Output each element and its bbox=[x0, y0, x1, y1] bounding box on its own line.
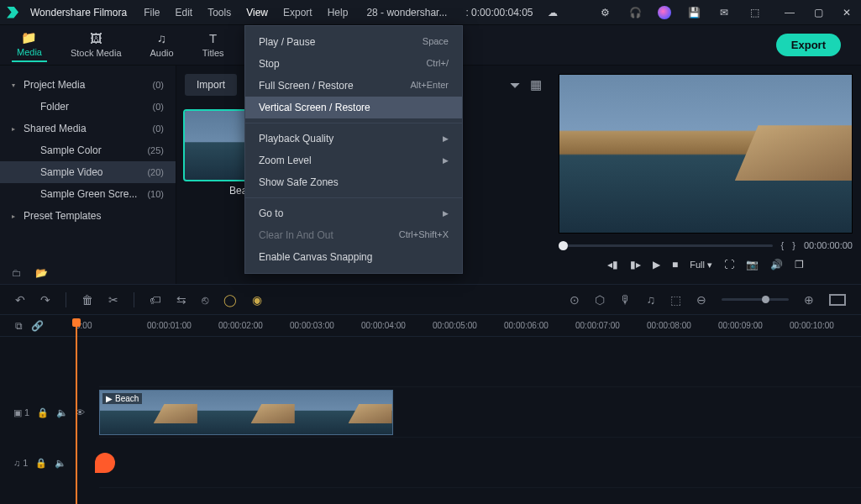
delete-icon[interactable]: 🗑 bbox=[81, 293, 93, 307]
audio-detach-icon[interactable]: ⎋ bbox=[202, 293, 208, 307]
timeline: ↶ ↷ 🗑 ✂ 🏷 ⇆ ⎋ ◯ ◉ ⊙ ⬡ 🎙 ♫ ⬚ ⊖ ⊕ ⧉ 🔗 0:00… bbox=[0, 284, 861, 504]
pip-icon[interactable]: ❐ bbox=[795, 259, 804, 270]
zoom-slider[interactable] bbox=[722, 298, 789, 301]
project-time: : 0:00:00:04:05 bbox=[465, 7, 533, 18]
sidebar-item-4[interactable]: Sample Video(20) bbox=[0, 161, 176, 183]
open-folder-icon[interactable]: 📂 bbox=[35, 267, 48, 279]
mark-in-icon[interactable]: { bbox=[781, 240, 785, 250]
main-menu: File Edit Tools View Export Help bbox=[144, 7, 348, 18]
zoom-out-icon[interactable]: ⊖ bbox=[696, 293, 706, 307]
speed-icon[interactable]: ⇆ bbox=[176, 293, 186, 307]
mute-icon[interactable]: 🔈 bbox=[55, 458, 66, 469]
snapshot-icon[interactable]: 📷 bbox=[746, 259, 759, 270]
view-menu-item-2[interactable]: Full Screen / RestoreAlt+Enter bbox=[245, 75, 462, 97]
preview-canvas[interactable] bbox=[559, 74, 853, 234]
sidebar-item-5[interactable]: Sample Green Scre...(10) bbox=[0, 183, 176, 205]
view-menu-item-0[interactable]: Play / PauseSpace bbox=[245, 31, 462, 53]
effects-icon[interactable]: ◉ bbox=[252, 293, 262, 307]
app-name: Wondershare Filmora bbox=[30, 7, 127, 18]
stop-icon[interactable]: ■ bbox=[672, 259, 678, 270]
view-menu-item-9[interactable]: Go to▶ bbox=[245, 202, 462, 224]
preview-panel: { } 00:00:00:00 ◂▮ ▮▸ ▶ ■ Full ▾ ⛶ 📷 🔊 ❐ bbox=[550, 66, 861, 284]
shield-icon[interactable]: ⬡ bbox=[595, 293, 605, 307]
view-menu-item-11[interactable]: Enable Canvas Snapping bbox=[245, 246, 462, 268]
grid-view-icon[interactable]: ▦ bbox=[530, 77, 542, 92]
sidebar-item-0[interactable]: ▾Project Media(0) bbox=[0, 74, 176, 96]
scrub-knob[interactable] bbox=[559, 241, 568, 250]
view-menu-item-1[interactable]: StopCtrl+/ bbox=[245, 53, 462, 75]
fullscreen-icon[interactable]: ⛶ bbox=[724, 259, 734, 270]
maximize-icon[interactable]: ▢ bbox=[811, 5, 826, 20]
audio-track-lane[interactable] bbox=[99, 438, 861, 488]
undo-icon[interactable]: ↶ bbox=[15, 293, 25, 307]
menu-edit[interactable]: Edit bbox=[176, 7, 193, 18]
view-menu-item-10: Clear In And OutCtrl+Shift+X bbox=[245, 224, 462, 246]
crop-icon[interactable]: ⬚ bbox=[670, 293, 681, 307]
zoom-knob[interactable] bbox=[762, 296, 769, 303]
sidebar-item-3[interactable]: Sample Color(25) bbox=[0, 139, 176, 161]
mark-out-icon[interactable]: } bbox=[792, 240, 795, 250]
fit-select[interactable]: Full ▾ bbox=[690, 260, 712, 270]
tips-icon[interactable]: ⚙ bbox=[597, 5, 612, 20]
tab-audio[interactable]: ♫Audio bbox=[145, 29, 179, 61]
import-button[interactable]: Import bbox=[185, 74, 237, 96]
app-logo-icon bbox=[7, 7, 18, 18]
target-icon[interactable]: ⊙ bbox=[570, 293, 580, 307]
image-icon: 🖼 bbox=[90, 32, 102, 45]
view-menu-item-5[interactable]: Playback Quality▶ bbox=[245, 128, 462, 150]
play-icon[interactable]: ▶ bbox=[653, 259, 660, 270]
new-folder-icon[interactable]: 🗀 bbox=[12, 267, 22, 279]
play-range-icon[interactable]: ▮▸ bbox=[630, 259, 641, 270]
clip-beach[interactable]: ▶Beach bbox=[99, 390, 393, 435]
color-icon[interactable]: ◯ bbox=[223, 293, 237, 307]
media-sidebar: ▾Project Media(0)Folder(0)▸Shared Media(… bbox=[0, 66, 176, 284]
zoom-in-icon[interactable]: ⊕ bbox=[804, 293, 814, 307]
timeline-ruler[interactable]: 0:0000:00:01:0000:00:02:0000:00:03:0000:… bbox=[76, 321, 861, 330]
filter-icon[interactable]: ⏷ bbox=[509, 78, 522, 92]
sidebar-item-6[interactable]: ▸Preset Templates bbox=[0, 205, 176, 227]
view-menu-item-6[interactable]: Zoom Level▶ bbox=[245, 150, 462, 171]
view-menu-item-7[interactable]: Show Safe Zones bbox=[245, 171, 462, 193]
audio-track-head: ♫ 1 🔒 🔈 bbox=[0, 438, 99, 488]
tab-media[interactable]: 📁Media bbox=[12, 28, 47, 62]
zoom-fit-icon[interactable] bbox=[829, 294, 846, 306]
export-button[interactable]: Export bbox=[776, 34, 841, 56]
lock-icon[interactable]: 🔒 bbox=[37, 407, 49, 418]
mute-icon[interactable]: 🔈 bbox=[56, 407, 68, 418]
playhead[interactable] bbox=[76, 321, 77, 504]
minimize-icon[interactable]: — bbox=[782, 5, 797, 20]
view-menu-item-3[interactable]: Vertical Screen / Restore bbox=[245, 97, 462, 118]
preview-time: 00:00:00:00 bbox=[804, 240, 853, 250]
link-icon[interactable]: 🔗 bbox=[31, 320, 44, 332]
step-back-icon[interactable]: ◂▮ bbox=[607, 259, 618, 270]
tab-titles[interactable]: TTitles bbox=[197, 29, 229, 61]
video-track-lane[interactable]: ▶Beach bbox=[99, 387, 861, 438]
mail-icon[interactable]: ✉ bbox=[717, 5, 732, 20]
box-icon[interactable]: ⬚ bbox=[747, 5, 762, 20]
menu-export[interactable]: Export bbox=[283, 7, 312, 18]
tag-icon[interactable]: 🏷 bbox=[150, 293, 161, 307]
volume-icon[interactable]: 🔊 bbox=[770, 259, 783, 270]
mixer-icon[interactable]: ♫ bbox=[647, 293, 656, 307]
cloud-icon[interactable]: ☁ bbox=[545, 5, 560, 20]
audio-clip-handle[interactable] bbox=[95, 453, 115, 473]
manage-tracks-icon[interactable]: ⧉ bbox=[15, 320, 23, 332]
redo-icon[interactable]: ↷ bbox=[40, 293, 50, 307]
menu-tools[interactable]: Tools bbox=[207, 7, 231, 18]
scrub-track[interactable] bbox=[559, 244, 773, 247]
menu-help[interactable]: Help bbox=[328, 7, 349, 18]
close-icon[interactable]: ✕ bbox=[839, 5, 854, 20]
tab-stock-media[interactable]: 🖼Stock Media bbox=[66, 29, 127, 61]
menu-file[interactable]: File bbox=[144, 7, 160, 18]
mic-icon[interactable]: 🎙 bbox=[620, 293, 632, 307]
cut-icon[interactable]: ✂ bbox=[108, 293, 118, 307]
avatar-icon[interactable] bbox=[658, 6, 671, 19]
support-icon[interactable]: 🎧 bbox=[627, 5, 643, 20]
lock-icon[interactable]: 🔒 bbox=[35, 458, 47, 469]
text-icon: T bbox=[209, 32, 217, 45]
sidebar-item-2[interactable]: ▸Shared Media(0) bbox=[0, 118, 176, 139]
video-track-head: ▣ 1 🔒 🔈 👁 bbox=[0, 387, 99, 438]
save-icon[interactable]: 💾 bbox=[686, 5, 701, 20]
menu-view[interactable]: View bbox=[246, 7, 268, 18]
sidebar-item-1[interactable]: Folder(0) bbox=[0, 96, 176, 118]
